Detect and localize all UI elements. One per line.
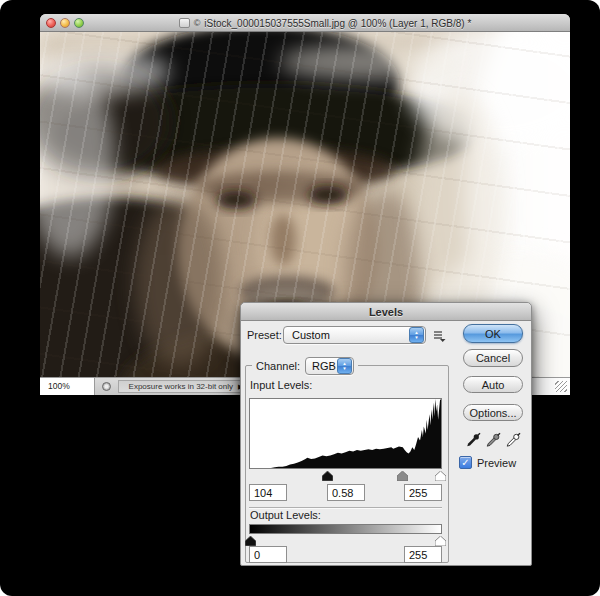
black-point-eyedropper-icon[interactable] bbox=[465, 432, 481, 448]
channel-groupbox: Channel: RGB ▲ ▼ Input Levels: bbox=[245, 365, 449, 563]
midtone-gamma-field[interactable] bbox=[327, 484, 365, 501]
document-proxy-icon bbox=[179, 18, 190, 28]
cancel-button[interactable]: Cancel bbox=[463, 349, 523, 367]
output-levels-label: Output Levels: bbox=[250, 509, 321, 521]
zoom-level-field[interactable]: 100% bbox=[40, 378, 95, 395]
ok-button[interactable]: OK bbox=[463, 324, 523, 343]
levels-dialog-body: Preset: Custom ▲ ▼ OK Cancel Auto Option… bbox=[241, 321, 531, 565]
preset-menu-icon[interactable] bbox=[433, 330, 446, 342]
input-levels-label: Input Levels: bbox=[250, 379, 312, 391]
close-button[interactable] bbox=[46, 18, 56, 28]
shadow-input-field[interactable] bbox=[249, 484, 287, 501]
desktop-background: © iStock_000015037555Small.jpg @ 100% (L… bbox=[0, 0, 600, 596]
highlight-input-slider[interactable] bbox=[435, 471, 446, 481]
channel-select[interactable]: RGB ▲ ▼ bbox=[305, 357, 354, 375]
options-button[interactable]: Options... bbox=[463, 404, 523, 421]
levels-dialog: Levels Preset: Custom ▲ ▼ OK Cancel Au bbox=[240, 302, 532, 566]
input-slider-track[interactable] bbox=[249, 470, 442, 482]
document-title: iStock_000015037555Small.jpg @ 100% (Lay… bbox=[204, 18, 471, 29]
preset-label: Preset: bbox=[247, 329, 282, 341]
shadow-input-slider[interactable] bbox=[322, 471, 333, 481]
output-gradient-bar bbox=[249, 524, 442, 534]
preview-checkbox[interactable]: ✓ bbox=[459, 456, 472, 469]
highlight-input-field[interactable] bbox=[404, 484, 442, 501]
eyedropper-tools bbox=[465, 432, 523, 449]
zoom-window-button[interactable] bbox=[74, 18, 84, 28]
window-resize-grip[interactable] bbox=[555, 381, 567, 392]
output-highlight-slider[interactable] bbox=[435, 536, 446, 546]
levels-dialog-titlebar[interactable]: Levels bbox=[241, 303, 531, 321]
levels-dialog-title: Levels bbox=[369, 306, 403, 318]
title-area: © iStock_000015037555Small.jpg @ 100% (L… bbox=[100, 14, 550, 32]
status-message-text: Exposure works in 32-bit only bbox=[129, 382, 234, 391]
histogram-chart bbox=[250, 399, 441, 468]
preset-select-value: Custom bbox=[284, 329, 409, 341]
gray-point-eyedropper-icon[interactable] bbox=[485, 432, 501, 448]
statusbar-right-patch bbox=[532, 378, 570, 395]
preset-select[interactable]: Custom ▲ ▼ bbox=[283, 326, 426, 344]
output-slider-track[interactable] bbox=[249, 535, 442, 545]
channel-row: Channel: RGB ▲ ▼ bbox=[252, 356, 358, 376]
status-circle-icon bbox=[102, 382, 111, 391]
histogram-display bbox=[249, 398, 442, 469]
select-stepper-icon: ▲ ▼ bbox=[409, 327, 424, 343]
stepper-down-icon: ▼ bbox=[342, 366, 346, 371]
checkmark-icon: ✓ bbox=[461, 457, 469, 468]
stepper-down-icon: ▼ bbox=[414, 335, 418, 340]
minimize-button[interactable] bbox=[60, 18, 70, 28]
white-point-eyedropper-icon[interactable] bbox=[505, 432, 521, 448]
channel-stepper-icon: ▲ ▼ bbox=[337, 358, 352, 374]
channel-label: Channel: bbox=[256, 360, 300, 372]
preview-label: Preview bbox=[477, 457, 516, 469]
histogram-shape bbox=[250, 399, 441, 468]
channel-select-value: RGB bbox=[306, 360, 337, 372]
version-cue-status-icon: © bbox=[194, 18, 201, 28]
output-highlight-field[interactable] bbox=[404, 546, 442, 563]
status-message-menu[interactable]: Exposure works in 32-bit only ▶ bbox=[118, 380, 254, 393]
output-shadow-slider[interactable] bbox=[245, 536, 256, 546]
midtone-gamma-slider[interactable] bbox=[397, 471, 408, 481]
document-titlebar[interactable]: © iStock_000015037555Small.jpg @ 100% (L… bbox=[40, 14, 570, 32]
auto-button[interactable]: Auto bbox=[463, 376, 523, 393]
output-shadow-field[interactable] bbox=[249, 546, 287, 563]
